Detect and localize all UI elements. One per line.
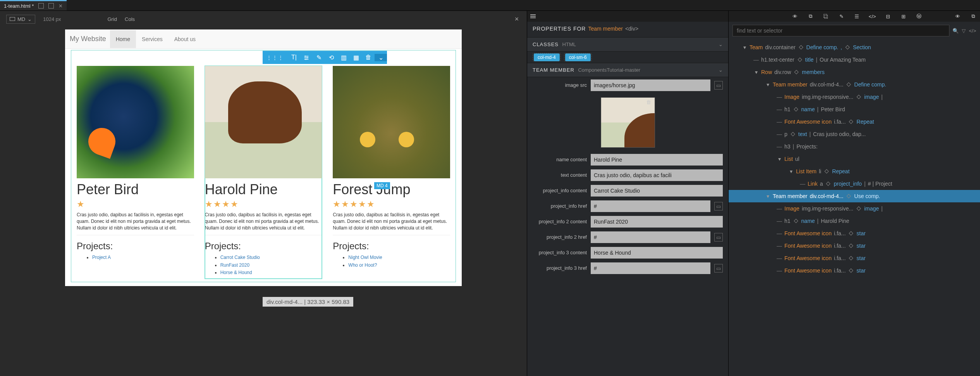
brush-icon[interactable]: ✎ xyxy=(313,54,325,61)
tree-search-input[interactable] xyxy=(732,25,949,36)
class-pill[interactable]: col-sm-6 xyxy=(565,53,591,61)
cols-toggle[interactable]: Cols xyxy=(125,16,135,22)
tree-action-link[interactable]: project_info xyxy=(834,181,861,187)
delete-image-icon[interactable]: 🗑 xyxy=(646,99,653,106)
wordpress-icon[interactable]: Ⓦ xyxy=(915,13,923,20)
name-input[interactable] xyxy=(591,154,723,166)
close-tab-icon[interactable]: ✕ xyxy=(58,3,63,9)
nav-about[interactable]: About us xyxy=(168,30,201,48)
tree-action-link[interactable]: Use comp. xyxy=(854,193,880,199)
close-canvas-icon[interactable]: × xyxy=(513,15,521,23)
dom-tree[interactable]: ▾Team div.containerDefine comp., Section… xyxy=(729,40,980,376)
project-link[interactable]: Carrot Cake Studio xyxy=(220,255,260,260)
expand-icon[interactable]: ▾ xyxy=(742,44,747,50)
preview-icon[interactable] xyxy=(38,3,44,9)
tree-row[interactable]: —h1.text-centertitle | Our Amazing Team xyxy=(729,53,980,66)
expand-icon[interactable]: ▾ xyxy=(765,81,770,88)
eye-icon[interactable]: 👁 xyxy=(954,14,961,19)
tree-action-link[interactable]: title xyxy=(805,57,814,63)
member-image[interactable] xyxy=(205,66,322,178)
text-input[interactable] xyxy=(591,169,723,181)
tree-row[interactable]: —h3 | Projects: xyxy=(729,140,980,153)
project1-href-input[interactable] xyxy=(591,200,710,212)
expand-icon[interactable]: ▾ xyxy=(765,193,770,199)
tree-row[interactable]: —Font Awesome icon i.fa...star xyxy=(729,252,980,264)
tree-row[interactable]: —Link aproject_info | # | Project xyxy=(729,178,980,190)
tree-row[interactable]: —h1name | Peter Bird xyxy=(729,103,980,116)
settings-icon[interactable] xyxy=(300,54,313,61)
tree-action-link[interactable]: Define comp. xyxy=(854,81,886,88)
more-chevron-icon[interactable]: ⌄ xyxy=(375,54,387,61)
tree-row[interactable]: —Font Awesome icon i.fa...Repeat xyxy=(729,116,980,128)
component-section[interactable]: TEAM MEMBER ComponentsTutorial-master ⌄ xyxy=(527,63,728,77)
eye-icon[interactable]: 👁 xyxy=(791,14,799,19)
image-src-input[interactable] xyxy=(591,79,710,91)
plugin-icon[interactable]: ⊞ xyxy=(899,14,907,19)
team-member-card[interactable]: Forest Jump ★★★★★ Cras justo odio, dapib… xyxy=(333,66,450,279)
tree-row[interactable]: —Font Awesome icon i.fa...star xyxy=(729,240,980,252)
member-image[interactable] xyxy=(333,66,450,178)
grid-icon[interactable]: ▦ xyxy=(350,54,362,61)
tree-action-link[interactable]: members xyxy=(802,69,824,75)
project-link[interactable]: Horse & Hound xyxy=(220,270,252,275)
project-link[interactable]: Project A xyxy=(92,255,111,260)
search-icon[interactable]: 🔍 xyxy=(952,28,959,34)
project-link[interactable]: Night Owl Movie xyxy=(348,255,382,260)
team-member-card[interactable]: Peter Bird ★ Cras justo odio, dapibus ac… xyxy=(77,66,194,279)
project2-content-input[interactable] xyxy=(591,216,723,228)
project-link[interactable]: Who or Hoot? xyxy=(348,262,377,268)
tree-action-link[interactable]: text xyxy=(798,131,807,137)
drag-handle-icon[interactable]: ⋮⋮⋮ xyxy=(263,55,288,60)
tree-action-link[interactable]: image xyxy=(864,94,879,100)
tree-action-link[interactable]: star xyxy=(856,243,865,249)
team-container[interactable]: Peter Bird ★ Cras justo odio, dapibus ac… xyxy=(71,50,456,282)
image-thumbnail[interactable]: 🗑 xyxy=(601,97,655,148)
filter-icon[interactable]: ▽ xyxy=(962,28,966,34)
nav-home[interactable]: Home xyxy=(110,30,136,48)
breakpoint-selector[interactable]: MD ⌄ xyxy=(6,15,35,24)
tree-action-link[interactable]: Section xyxy=(853,44,871,50)
tree-row[interactable]: —Font Awesome icon i.fa...star xyxy=(729,264,980,277)
link-icon[interactable]: ⟲ xyxy=(325,54,337,61)
tree-row[interactable]: ▾Row div.rowmembers xyxy=(729,66,980,78)
page-preview[interactable]: My Website Home Services About us ⋮⋮⋮ T|… xyxy=(65,29,462,286)
project3-content-input[interactable] xyxy=(591,247,723,259)
tree-action-link[interactable]: image xyxy=(864,205,879,212)
project1-content-input[interactable] xyxy=(591,185,723,197)
tree-row[interactable]: —ptext | Cras justo odio, dap... xyxy=(729,128,980,140)
tree-action-link[interactable]: star xyxy=(856,230,865,236)
list-icon[interactable]: ☰ xyxy=(853,14,861,19)
class-pill[interactable]: col-md-4 xyxy=(534,53,560,61)
expand-icon[interactable]: ▾ xyxy=(777,156,782,162)
nav-services[interactable]: Services xyxy=(136,30,168,48)
sliders-icon[interactable] xyxy=(530,14,536,18)
chevron-down-icon[interactable]: ⌄ xyxy=(719,41,723,47)
tree-action-link[interactable]: name xyxy=(801,106,815,112)
folder-icon[interactable]: ▭ xyxy=(714,233,723,241)
file-tab[interactable]: 1-team.html * ✕ xyxy=(0,0,67,10)
code-icon[interactable]: </> xyxy=(868,14,876,19)
folder-icon[interactable]: ▭ xyxy=(714,202,723,210)
tree-row[interactable]: —h1name | Harold Pine xyxy=(729,215,980,227)
team-member-card-selected[interactable]: Harold Pine ★★★★ Cras justo odio, dapibu… xyxy=(205,66,322,279)
folder-icon[interactable]: ▭ xyxy=(714,81,723,90)
tree-action-link[interactable]: name xyxy=(801,218,815,224)
tree-row[interactable]: ▾Team member div.col-md-4...Define comp. xyxy=(729,78,980,91)
expand-icon[interactable]: ▾ xyxy=(788,168,794,174)
copy-icon[interactable]: ⧉ xyxy=(806,13,814,19)
duplicate-icon[interactable]: ⿻ xyxy=(822,14,830,19)
tree-row[interactable]: —Image img.img-responsive...image | xyxy=(729,91,980,103)
expand-icon[interactable]: ▾ xyxy=(753,69,759,75)
site-brand[interactable]: My Website xyxy=(70,35,106,43)
grid-toggle[interactable]: Grid xyxy=(107,16,117,22)
brush-icon[interactable]: ✎ xyxy=(837,14,845,19)
tree-action-link[interactable]: Define comp. xyxy=(806,44,838,50)
chevron-down-icon[interactable]: ⌄ xyxy=(719,67,723,73)
copy-icon[interactable]: ⧉ xyxy=(969,13,977,19)
member-image[interactable] xyxy=(77,66,194,178)
folder-icon[interactable]: ▭ xyxy=(714,264,723,273)
project3-href-input[interactable] xyxy=(591,262,710,274)
tree-icon[interactable]: ⊟ xyxy=(884,14,892,19)
code-toggle-icon[interactable]: </> xyxy=(969,28,976,34)
tree-row[interactable]: —Image img.img-responsive...image | xyxy=(729,202,980,215)
